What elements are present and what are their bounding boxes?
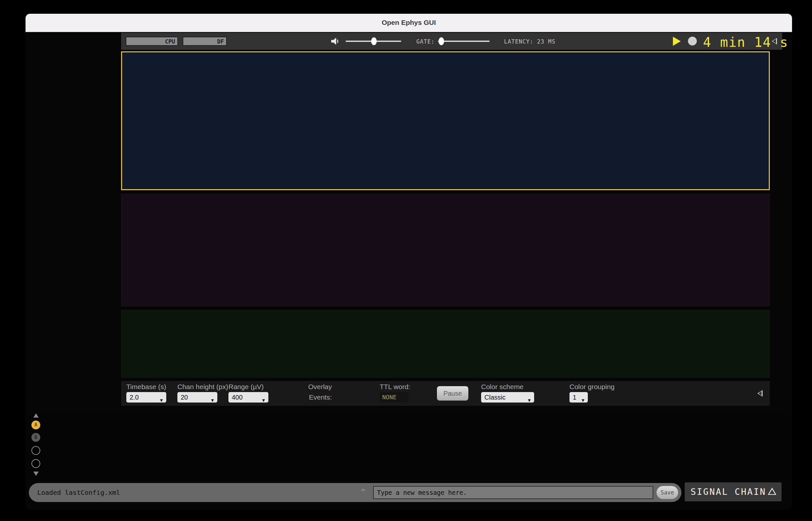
overlay-label: Overlay bbox=[291, 383, 332, 391]
signal-chain-arrow-icon bbox=[768, 488, 776, 495]
events-label: Events: bbox=[291, 393, 332, 401]
color-grouping-select[interactable]: 1▼ bbox=[569, 392, 588, 403]
record-button[interactable] bbox=[688, 37, 697, 45]
cpu-meter-label: CPU bbox=[165, 38, 175, 45]
gate-slider-thumb[interactable] bbox=[438, 37, 444, 45]
color-scheme-value: Classic bbox=[484, 394, 505, 401]
ttl-word-value: NONE bbox=[380, 392, 408, 403]
title-bar: Open Ephys GUI bbox=[25, 14, 792, 32]
gate-slider[interactable] bbox=[438, 41, 490, 42]
chevron-up-icon[interactable]: ⌃ bbox=[359, 487, 367, 498]
gate-label: GATE: bbox=[416, 38, 435, 45]
ttl-word-label: TTL word: bbox=[380, 383, 410, 391]
scroll-up-icon[interactable] bbox=[33, 413, 39, 417]
signal-chain-label: SIGNAL CHAIN bbox=[691, 486, 766, 497]
cpu-meter: CPU bbox=[126, 37, 178, 46]
window-title: Open Ephys GUI bbox=[25, 19, 792, 26]
range-label: Range (µV) bbox=[228, 383, 264, 391]
latency-readout: LATENCY: 23 MS bbox=[504, 38, 556, 45]
timebase-value: 2.0 bbox=[130, 394, 139, 401]
signal-chain-editor: A B bbox=[25, 411, 792, 480]
chan-height-select[interactable]: 20▼ bbox=[177, 392, 217, 403]
pause-button[interactable]: Pause bbox=[437, 386, 468, 401]
io-selector-empty-2[interactable] bbox=[31, 459, 40, 468]
signal-chain-toggle[interactable]: SIGNAL CHAIN bbox=[685, 482, 782, 501]
io-selector-a[interactable]: A bbox=[31, 421, 40, 429]
app-window: Open Ephys GUI CPU DF GATE: LATENCY: 23 … bbox=[25, 14, 792, 510]
timebase-select[interactable]: 2.0▼ bbox=[126, 392, 166, 403]
color-grouping-value: 1 bbox=[573, 394, 577, 401]
lfp-display-panel-2-raster bbox=[121, 194, 770, 306]
color-scheme-select[interactable]: Classic▼ bbox=[481, 392, 534, 403]
play-button[interactable] bbox=[673, 37, 681, 46]
color-grouping-label: Color grouping bbox=[569, 383, 615, 391]
save-message-button[interactable]: Save bbox=[657, 486, 678, 499]
io-selector-empty-1[interactable] bbox=[31, 446, 40, 455]
timebase-label: Timebase (s) bbox=[126, 383, 166, 391]
control-toolbar: CPU DF GATE: LATENCY: 23 MS 4 min 14 s bbox=[121, 33, 782, 50]
range-value: 400 bbox=[232, 394, 243, 401]
collapse-options-icon[interactable] bbox=[757, 390, 763, 397]
lfp-display-panel-1 bbox=[121, 51, 770, 190]
chan-height-label: Chan height (px) bbox=[177, 383, 228, 391]
disk-meter-label: DF bbox=[217, 38, 224, 45]
range-select[interactable]: 400▼ bbox=[228, 392, 268, 403]
lfp-display-panel-3-monitor bbox=[121, 310, 770, 378]
volume-slider-thumb[interactable] bbox=[371, 37, 377, 45]
volume-slider[interactable] bbox=[346, 41, 401, 42]
collapse-toolbar-icon[interactable] bbox=[772, 38, 777, 45]
speaker-icon bbox=[331, 37, 340, 45]
message-pill: Loaded lastConfig.xml ⌃ Type a new messa… bbox=[29, 483, 681, 502]
lfp-options-bar: Timebase (s) 2.0▼ Chan height (px) 20▼ R… bbox=[121, 381, 770, 406]
chan-height-value: 20 bbox=[181, 394, 188, 401]
status-message: Loaded lastConfig.xml bbox=[37, 489, 120, 496]
scroll-down-icon[interactable] bbox=[33, 472, 39, 476]
status-bar: Loaded lastConfig.xml ⌃ Type a new messa… bbox=[25, 482, 792, 503]
color-scheme-label: Color scheme bbox=[481, 383, 524, 391]
io-selector-b[interactable]: B bbox=[31, 433, 40, 442]
broadcast-message-input[interactable]: Type a new message here. bbox=[373, 486, 653, 499]
disk-meter: DF bbox=[183, 37, 227, 46]
